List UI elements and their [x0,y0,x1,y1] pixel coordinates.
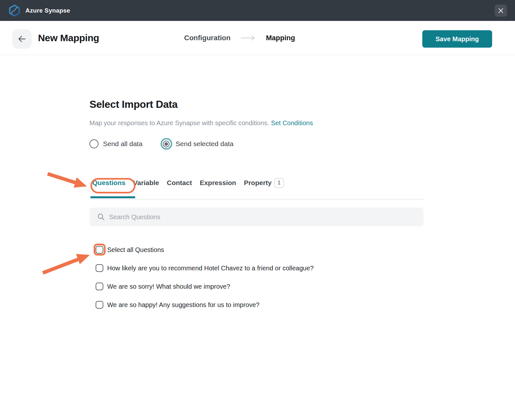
search-questions-input[interactable] [109,213,399,221]
select-all-label: Select all Questions [107,246,164,254]
tab-expression[interactable]: Expression [200,179,236,187]
radio-selected-icon [161,138,172,150]
question-label: We are so sorry! What should we improve? [107,283,230,290]
question-checkbox[interactable] [96,283,103,290]
step-configuration[interactable]: Configuration [184,34,230,42]
close-icon [498,8,504,14]
azure-synapse-logo-icon [8,5,21,17]
back-button[interactable] [12,29,32,49]
question-label: How likely are you to recommend Hotel Ch… [107,265,314,272]
radio-send-all-data[interactable]: Send all data [89,139,143,148]
subtitle-text: Map your responses to Azure Synapse with… [89,119,269,126]
radio-unselected-icon [89,139,98,148]
page-title: New Mapping [38,21,99,55]
tab-property[interactable]: Property1 [244,178,284,188]
property-count-badge: 1 [274,178,284,188]
app-topbar: Azure Synapse [0,0,515,21]
select-all-questions-row[interactable]: Select all Questions [96,245,314,254]
annotation-arrow-to-select-all [43,254,90,273]
radio-label: Send selected data [176,140,234,148]
close-button[interactable] [495,5,507,17]
annotation-arrow-to-questions-tab [48,174,87,188]
search-icon [97,213,105,221]
page-header: New Mapping Configuration Mapping Save M… [0,21,515,55]
save-mapping-button[interactable]: Save Mapping [422,30,492,48]
question-checkbox[interactable] [96,264,103,272]
tab-property-label: Property [244,179,272,187]
question-row[interactable]: We are so sorry! What should we improve? [96,282,314,291]
app-title: Azure Synapse [25,7,70,14]
step-arrow-icon [241,35,256,41]
tab-questions[interactable]: Questions [92,179,126,187]
section-subtitle: Map your responses to Azure Synapse with… [89,119,313,127]
question-checkbox[interactable] [96,301,103,309]
search-questions-box [89,208,424,226]
set-conditions-link[interactable]: Set Conditions [271,119,313,126]
question-label: We are so happy! Any suggestions for us … [107,301,259,309]
question-list: Select all Questions How likely are you … [96,245,314,309]
step-mapping[interactable]: Mapping [266,34,295,42]
active-tab-underline [90,196,135,198]
radio-send-selected-data[interactable]: Send selected data [161,138,234,150]
tab-variable[interactable]: Variable [133,179,159,187]
tabs-divider [89,199,424,200]
data-scope-radio-group: Send all data Send selected data [89,137,233,150]
question-row[interactable]: We are so happy! Any suggestions for us … [96,300,314,309]
tab-contact[interactable]: Contact [167,179,192,187]
breadcrumb: Configuration Mapping [184,21,295,55]
question-row[interactable]: How likely are you to recommend Hotel Ch… [96,264,314,273]
section-heading: Select Import Data [89,98,178,110]
back-arrow-icon [17,34,26,43]
radio-label: Send all data [103,140,143,148]
data-source-tabs: Questions Variable Contact Expression Pr… [92,177,284,188]
select-all-checkbox[interactable] [96,246,103,254]
